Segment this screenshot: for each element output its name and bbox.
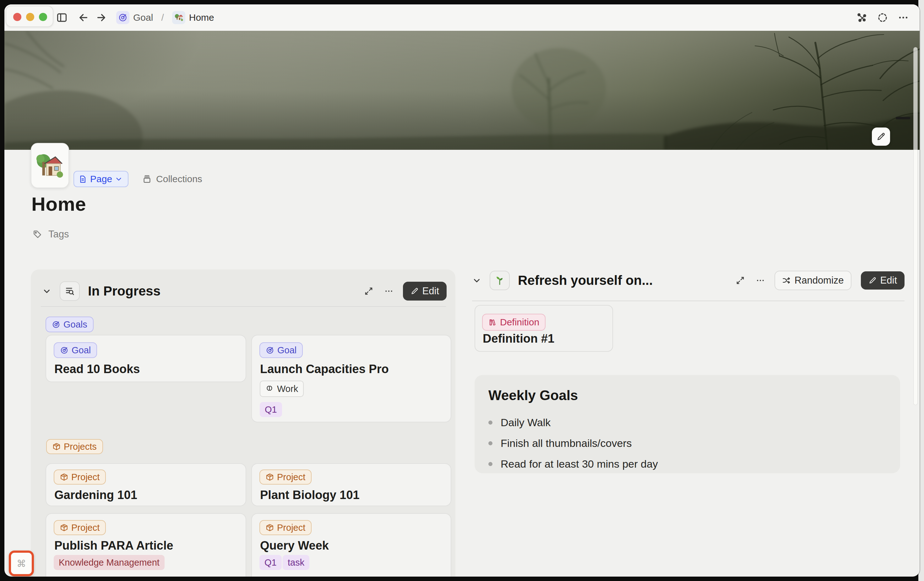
traffic-light-housing xyxy=(6,6,53,27)
breadcrumb-goal-icon[interactable] xyxy=(116,11,129,24)
q1-tag[interactable]: Q1 xyxy=(260,402,282,417)
card-title: Read 10 Books xyxy=(54,362,140,376)
expand-icon[interactable] xyxy=(736,276,745,285)
section-more-icon[interactable] xyxy=(384,286,394,296)
task-tag-label: task xyxy=(288,558,304,568)
page-type-button[interactable]: Page xyxy=(74,171,129,187)
seedling-icon[interactable] xyxy=(490,271,510,290)
tags-row[interactable]: Tags xyxy=(33,229,69,240)
edit-label: Edit xyxy=(880,275,897,286)
q1-tag[interactable]: Q1 xyxy=(259,555,282,570)
goal-card-launch-capacities-pro[interactable]: Goal Launch Capacities Pro Work Q1 xyxy=(251,335,451,423)
project-type-badge: Project xyxy=(54,520,106,535)
tag-icon xyxy=(33,229,42,239)
more-options-icon[interactable] xyxy=(898,12,909,23)
list-item: Read for at least 30 mins per day xyxy=(488,454,658,474)
breadcrumb-parent[interactable]: Goal xyxy=(133,12,153,23)
package-icon xyxy=(266,523,274,532)
type-label: Project xyxy=(71,523,99,533)
cover-dark-dash xyxy=(896,117,910,119)
shuffle-icon xyxy=(782,276,791,285)
project-type-badge: Project xyxy=(54,469,106,485)
type-label: Goal xyxy=(72,345,91,355)
km-tag-label: Knowledge Management xyxy=(59,558,160,568)
page-type-label: Page xyxy=(90,174,112,184)
forward-arrow-icon[interactable] xyxy=(96,12,107,23)
card-title: Gardening 101 xyxy=(54,489,137,502)
minimize-button[interactable] xyxy=(26,13,34,21)
randomize-label: Randomize xyxy=(795,275,844,286)
knowledge-management-tag[interactable]: Knowledge Management xyxy=(54,555,165,570)
section-in-progress: In Progress Edit Goals xyxy=(31,269,455,577)
card-title: Plant Biology 101 xyxy=(260,489,360,502)
collapse-chevron-icon[interactable] xyxy=(472,276,482,285)
refresh-edit-button[interactable]: Edit xyxy=(861,271,904,290)
back-arrow-icon[interactable] xyxy=(78,12,89,23)
scrollbar-thumb[interactable] xyxy=(913,47,918,405)
definition-type-badge: Definition xyxy=(482,314,546,331)
close-button[interactable] xyxy=(13,13,21,21)
package-icon xyxy=(53,442,61,451)
randomize-button[interactable]: Randomize xyxy=(774,271,851,290)
books-icon xyxy=(488,318,497,327)
page-title: Home xyxy=(31,193,86,215)
type-label: Project xyxy=(71,472,99,482)
expand-icon[interactable] xyxy=(364,286,373,296)
in-progress-edit-button[interactable]: Edit xyxy=(403,282,447,300)
project-card-query-week[interactable]: Project Query Week Q1 task xyxy=(251,513,451,577)
section-more-icon[interactable] xyxy=(756,276,765,285)
page-icon-house-emoji[interactable] xyxy=(31,143,69,188)
goal-target-icon xyxy=(60,346,68,355)
list-item-text: Finish all thumbnails/covers xyxy=(501,437,632,449)
sidebar-toggle-icon[interactable] xyxy=(56,12,68,23)
card-title: Publish PARA Article xyxy=(54,539,173,553)
page-type-row: Page Collections xyxy=(74,172,202,187)
zoom-button[interactable] xyxy=(39,13,47,21)
goals-group-badge[interactable]: Goals xyxy=(46,317,94,332)
project-card-gardening-101[interactable]: Project Gardening 101 xyxy=(46,463,246,506)
type-label: Goal xyxy=(277,345,297,355)
q1-tag-label: Q1 xyxy=(264,558,277,568)
list-item-text: Daily Walk xyxy=(501,416,551,429)
goal-type-badge: Goal xyxy=(259,342,303,358)
work-tag-label: Work xyxy=(277,384,298,394)
titlebar-right-group xyxy=(856,4,909,31)
collapse-chevron-icon[interactable] xyxy=(42,286,51,296)
query-icon[interactable] xyxy=(60,281,80,301)
cover-image xyxy=(4,31,920,150)
breadcrumb-home-icon[interactable] xyxy=(172,11,185,24)
titlebar-left-group: Goal / Home xyxy=(56,4,214,31)
collections-icon xyxy=(142,174,152,184)
breadcrumb-separator: / xyxy=(161,12,163,23)
package-icon xyxy=(60,473,68,481)
type-label: Project xyxy=(277,523,305,533)
project-card-publish-para-article[interactable]: Project Publish PARA Article Knowledge M… xyxy=(46,513,246,577)
package-icon xyxy=(266,473,274,481)
goal-card-read-10-books[interactable]: Goal Read 10 Books xyxy=(46,335,246,382)
screenshot-stage: Goal / Home xyxy=(0,0,924,581)
weekly-goals-list: Daily Walk Finish all thumbnails/covers … xyxy=(488,412,658,474)
projects-group-badge[interactable]: Projects xyxy=(46,439,103,454)
definition-card[interactable]: Definition Definition #1 xyxy=(475,305,613,352)
document-icon xyxy=(79,175,87,183)
in-progress-title: In Progress xyxy=(88,284,160,299)
chevron-down-icon xyxy=(115,175,122,182)
type-label: Project xyxy=(277,472,305,482)
project-type-badge: Project xyxy=(259,520,312,535)
graph-view-icon[interactable] xyxy=(856,12,868,23)
refresh-header-divider xyxy=(472,300,904,301)
work-object-tag[interactable]: Work xyxy=(260,381,304,397)
cover-edit-button[interactable] xyxy=(872,127,890,146)
weekly-goals-block: Weekly Goals Daily Walk Finish all thumb… xyxy=(475,375,900,473)
capture-dashed-circle-icon[interactable] xyxy=(877,12,888,23)
project-type-badge: Project xyxy=(259,469,312,485)
cover-vignette xyxy=(4,31,920,150)
edit-label: Edit xyxy=(422,286,439,297)
project-card-plant-biology-101[interactable]: Project Plant Biology 101 xyxy=(251,463,451,506)
collections-button[interactable]: Collections xyxy=(142,174,202,184)
command-shortcut-button[interactable]: ⌘ xyxy=(9,551,34,576)
pencil-icon xyxy=(868,276,876,284)
q1-tag-label: Q1 xyxy=(265,404,277,415)
breadcrumb-current[interactable]: Home xyxy=(189,12,214,23)
task-tag[interactable]: task xyxy=(283,555,309,570)
